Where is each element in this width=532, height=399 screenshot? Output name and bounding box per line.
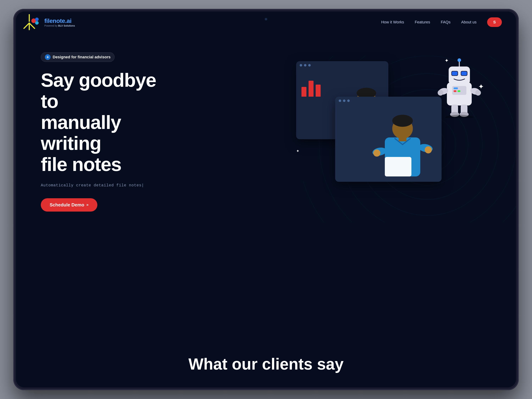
robot-figure <box>434 51 484 119</box>
svg-point-31 <box>392 115 413 127</box>
nav-how-it-works[interactable]: How it Works <box>381 20 404 25</box>
svg-rect-50 <box>454 88 458 89</box>
bar-3 <box>316 85 321 97</box>
svg-point-44 <box>475 90 481 95</box>
hero-left: Designed for financial advisors Say good… <box>41 47 165 212</box>
sparkle-icon <box>46 55 50 59</box>
star-3: ✦ <box>296 149 299 153</box>
spark-decoration <box>20 14 38 30</box>
bottom-section: What our clients say <box>16 344 516 384</box>
bar-1 <box>301 87 306 97</box>
vc2-dot1 <box>339 100 341 102</box>
laptop-frame: filenote.ai Powered by BLV Solutions How… <box>13 9 519 390</box>
svg-point-27 <box>373 150 380 157</box>
svg-rect-52 <box>457 90 460 92</box>
vc2-dot3 <box>347 100 350 102</box>
logo-text-group: filenote.ai Powered by BLV Solutions <box>44 17 75 27</box>
logo-powered: Powered by BLV Solutions <box>44 24 75 27</box>
svg-rect-37 <box>452 71 457 75</box>
svg-point-43 <box>438 90 443 95</box>
nav-faqs[interactable]: FAQs <box>441 20 450 25</box>
svg-rect-32 <box>399 137 406 141</box>
svg-line-1 <box>24 23 29 28</box>
nav-about-us[interactable]: About us <box>461 20 476 25</box>
vc1-header <box>296 61 388 69</box>
svg-point-28 <box>425 146 432 153</box>
vc2-dot2 <box>343 100 345 102</box>
svg-point-40 <box>457 58 461 62</box>
svg-line-2 <box>29 23 35 28</box>
star-2: ✦ <box>478 82 484 91</box>
svg-rect-38 <box>461 71 467 75</box>
svg-point-53 <box>445 115 474 118</box>
hero-subtitle: Automatically create detailed file notes… <box>41 183 165 188</box>
vc1-dot1 <box>300 64 302 66</box>
person-2-figure <box>367 107 438 182</box>
hero-badge: Designed for financial advisors <box>41 52 114 62</box>
bar-2 <box>309 81 314 97</box>
badge-text: Designed for financial advisors <box>53 55 110 59</box>
vc1-dot3 <box>308 64 311 66</box>
bottom-heading: What our clients say <box>41 355 491 373</box>
cta-arrow: » <box>86 203 89 207</box>
nav-links: How it Works Features FAQs About us S <box>381 17 502 27</box>
screen: filenote.ai Powered by BLV Solutions How… <box>16 12 516 387</box>
video-card-2 <box>335 97 442 182</box>
vc1-dot2 <box>304 64 306 66</box>
camera-dot <box>265 18 267 20</box>
screen-content: filenote.ai Powered by BLV Solutions How… <box>16 12 516 387</box>
star-1: ✦ <box>444 58 449 63</box>
nav-features[interactable]: Features <box>415 20 430 25</box>
svg-rect-51 <box>454 90 456 92</box>
hero-section: Designed for financial advisors Say good… <box>16 33 516 222</box>
schedule-demo-button[interactable]: Schedule Demo » <box>41 198 97 212</box>
svg-rect-29 <box>385 157 412 177</box>
nav-cta-button[interactable]: S <box>487 17 502 27</box>
vc2-header <box>335 97 442 105</box>
hero-heading: Say goodbye to manually writing file not… <box>41 70 165 175</box>
logo-name-main: filenote.ai <box>44 17 71 24</box>
cta-label: Schedule Demo <box>50 202 84 208</box>
navbar: filenote.ai Powered by BLV Solutions How… <box>16 12 516 33</box>
bar-chart <box>301 75 321 97</box>
robot-svg <box>434 51 484 118</box>
badge-icon <box>45 54 51 60</box>
logo-name: filenote.ai <box>44 17 75 24</box>
hero-illustration: ✦ ✦ ✦ <box>285 47 498 207</box>
